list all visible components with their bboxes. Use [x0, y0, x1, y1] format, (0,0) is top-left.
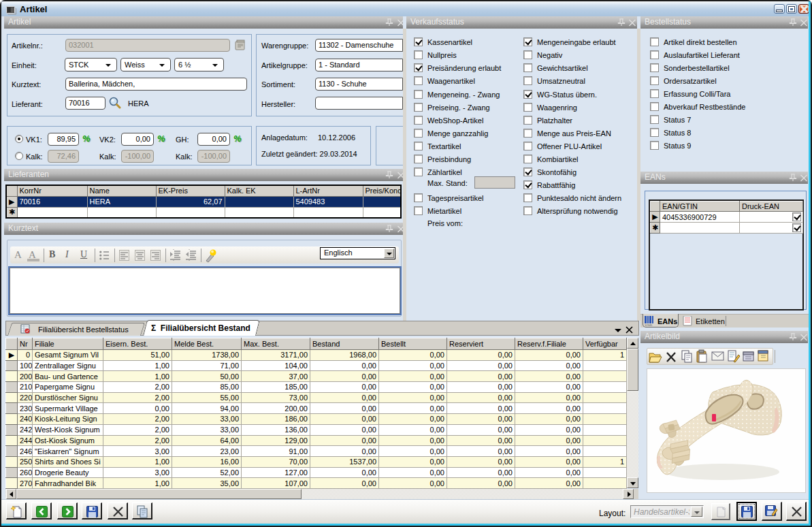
- svg-text:12345: 12345: [645, 323, 653, 326]
